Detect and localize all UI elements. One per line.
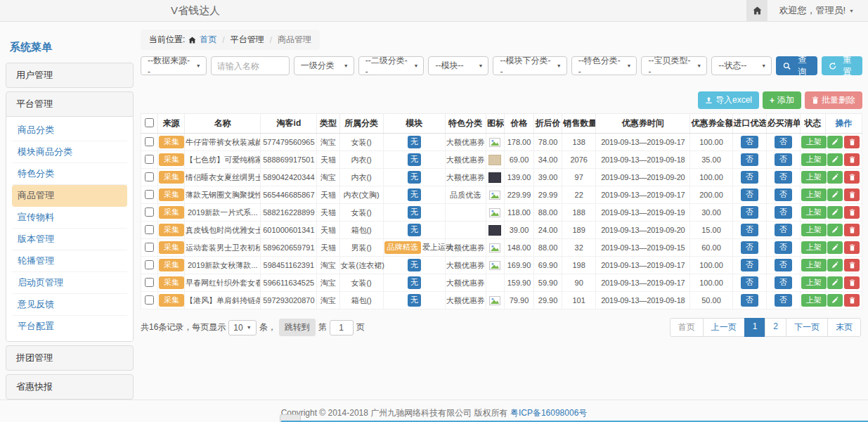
product-name: 运动套装男士卫衣初秋... — [185, 239, 261, 257]
filter-select[interactable]: 一级分类▼ — [294, 56, 354, 75]
pagination-button[interactable]: 末页 — [827, 318, 861, 337]
discount-price: 59.90 — [534, 274, 562, 292]
sidebar-subitem[interactable]: 特色分类 — [12, 163, 127, 185]
delete-button[interactable] — [844, 294, 860, 307]
batch-delete-button[interactable]: 批量删除 — [805, 91, 862, 109]
image-placeholder-icon — [489, 243, 500, 252]
reset-button[interactable]: 重置 — [822, 56, 862, 75]
sidebar-subitem[interactable]: 模块商品分类 — [12, 141, 127, 163]
product-thumbnail — [488, 260, 501, 271]
row-checkbox[interactable] — [145, 243, 154, 252]
pagination-button[interactable]: 下一页 — [786, 318, 828, 337]
import-excel-button[interactable]: 导入excel — [698, 91, 759, 109]
pagination-button[interactable]: 1 — [744, 318, 766, 337]
filter-select[interactable]: --模块下分类--▼ — [493, 56, 566, 75]
row-checkbox[interactable] — [145, 225, 154, 234]
import-select-badge: 否 — [741, 259, 758, 271]
row-checkbox[interactable] — [145, 295, 154, 305]
table-row: 采集 2019新款女秋薄款... 598451162391 淘宝 女装(连衣裙)… — [141, 257, 862, 274]
sidebar-subitem[interactable]: 宣传物料 — [12, 207, 127, 229]
row-select-cell — [141, 169, 158, 186]
filter-select[interactable]: --特色分类--▼ — [571, 56, 637, 75]
delete-button[interactable] — [844, 224, 860, 236]
edit-button[interactable] — [827, 224, 843, 236]
module-badge: 无 — [408, 153, 421, 165]
module-badge: 无 — [408, 171, 421, 183]
must-buy-badge: 否 — [775, 136, 792, 148]
edit-button[interactable] — [827, 136, 843, 148]
pagination-button[interactable]: 上一页 — [703, 318, 745, 337]
column-header: 特色分类 — [445, 114, 486, 134]
sidebar-subitem[interactable]: 版本管理 — [12, 229, 127, 250]
source-cell: 采集 — [158, 204, 185, 222]
delete-button[interactable] — [844, 259, 860, 271]
operations-cell — [825, 151, 862, 169]
filter-select[interactable]: --模块--▼ — [428, 56, 488, 75]
delete-button[interactable] — [844, 276, 860, 289]
icp-link[interactable]: 粤ICP备16098006号 — [510, 408, 587, 418]
sidebar-section-header[interactable]: 平台管理 — [6, 92, 133, 116]
edit-button[interactable] — [827, 153, 843, 166]
filter-select[interactable]: --宝贝类型--▼ — [641, 56, 707, 75]
sidebar-section: 平台管理商品分类模块商品分类特色分类商品管理宣传物料版本管理轮播管理启动页管理意… — [6, 91, 134, 342]
product-thumbnail — [488, 137, 501, 148]
edit-button[interactable] — [827, 276, 843, 289]
delete-button[interactable] — [844, 153, 860, 166]
sidebar-subitem[interactable]: 平台配置 — [12, 316, 127, 337]
breadcrumb-home-link[interactable]: 首页 — [200, 34, 216, 46]
add-button[interactable]: + 添加 — [763, 91, 801, 109]
home-button[interactable] — [746, 0, 767, 21]
icon-cell — [486, 169, 504, 186]
delete-button[interactable] — [844, 206, 860, 219]
row-checkbox[interactable] — [145, 155, 154, 164]
chevron-down-icon: ▼ — [849, 8, 854, 13]
pagination-button[interactable]: 2 — [765, 318, 786, 337]
sidebar-section-header[interactable]: 拼团管理 — [6, 346, 133, 370]
edit-button[interactable] — [827, 294, 843, 307]
sidebar-section-header[interactable]: 省惠快报 — [6, 375, 133, 399]
sidebar-subitem[interactable]: 启动页管理 — [12, 272, 127, 294]
sidebar-subitem[interactable]: 商品管理 — [12, 185, 127, 207]
delete-button[interactable] — [844, 241, 860, 254]
delete-button[interactable] — [844, 171, 860, 184]
filter-select[interactable]: --数据来源--▼ — [141, 56, 207, 75]
breadcrumb-section: 平台管理 — [231, 34, 264, 46]
name-search-input[interactable] — [211, 56, 290, 75]
taoke-id: 588869917501 — [261, 151, 317, 169]
feature-category: 品质优选 — [445, 186, 486, 204]
row-checkbox[interactable] — [145, 172, 154, 181]
per-page-select[interactable]: 10 ▼ — [228, 320, 256, 335]
edit-button[interactable] — [827, 206, 843, 219]
product-type: 淘宝 — [317, 257, 339, 274]
sidebar-subitem[interactable]: 意见反馈 — [12, 294, 127, 316]
table-toolbar: 导入excel + 添加 批量删除 — [141, 91, 862, 109]
edit-button[interactable] — [827, 171, 843, 184]
row-checkbox[interactable] — [145, 207, 154, 217]
edit-button[interactable] — [827, 259, 843, 271]
sidebar-subitem[interactable]: 轮播管理 — [12, 250, 127, 272]
edit-button[interactable] — [827, 188, 843, 201]
filter-select[interactable]: --状态--▼ — [711, 56, 772, 75]
user-menu[interactable]: 欢迎您，管理员! ▼ — [779, 4, 854, 17]
pagination-button[interactable]: 首页 — [670, 318, 704, 337]
icon-cell — [486, 151, 504, 169]
edit-button[interactable] — [827, 241, 843, 254]
column-header: 操作 — [825, 114, 862, 134]
row-checkbox[interactable] — [145, 278, 154, 287]
jump-page-input[interactable] — [330, 320, 354, 335]
query-button[interactable]: 查询 — [776, 56, 817, 75]
delete-button[interactable] — [844, 136, 860, 148]
status-badge: 上架 — [801, 259, 827, 271]
select-all-checkbox[interactable] — [145, 118, 154, 127]
jump-button[interactable]: 跳转到 — [279, 319, 316, 336]
discount-price: 39.00 — [534, 169, 562, 186]
row-checkbox[interactable] — [145, 260, 154, 269]
module-cell: 无 — [383, 274, 445, 292]
sidebar-section-header[interactable]: 用户管理 — [6, 63, 133, 87]
filter-select[interactable]: --二级分类--▼ — [358, 56, 425, 75]
row-checkbox[interactable] — [145, 190, 154, 199]
delete-button[interactable] — [844, 188, 860, 201]
row-checkbox[interactable] — [145, 137, 154, 146]
sidebar-subitem[interactable]: 商品分类 — [12, 120, 127, 141]
feature-category: 大额优惠券 — [445, 239, 486, 257]
